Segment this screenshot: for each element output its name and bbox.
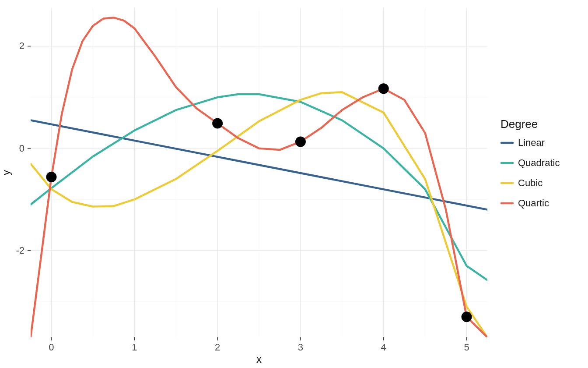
legend-label-cubic: Cubic bbox=[518, 177, 542, 188]
legend-label-quartic: Quartic bbox=[518, 198, 549, 209]
data-point bbox=[378, 83, 389, 94]
data-point bbox=[212, 118, 223, 128]
x-tick-label: 5 bbox=[464, 342, 469, 353]
x-tick-label: 2 bbox=[215, 342, 220, 353]
y-tick-label: -2 bbox=[16, 245, 24, 256]
x-tick-label: 0 bbox=[49, 342, 54, 353]
data-point bbox=[462, 311, 472, 322]
x-tick-label: 1 bbox=[132, 342, 137, 353]
legend-label-linear: Linear bbox=[518, 137, 545, 148]
y-tick-label: 0 bbox=[19, 143, 24, 154]
x-tick-label: 4 bbox=[381, 342, 386, 353]
x-axis-title: x bbox=[256, 353, 262, 365]
legend: Degree LinearQuadraticCubicQuartic bbox=[500, 117, 560, 209]
legend-label-quadratic: Quadratic bbox=[518, 157, 560, 168]
data-point bbox=[295, 136, 306, 147]
legend-title: Degree bbox=[500, 117, 538, 131]
data-point bbox=[46, 172, 56, 182]
chart-svg: 012345-202 y x Degree LinearQuadraticCub… bbox=[0, 0, 588, 368]
y-tick-label: 2 bbox=[19, 40, 24, 51]
y-axis-title: y bbox=[0, 170, 12, 175]
x-tick-label: 3 bbox=[298, 342, 303, 353]
chart-container: { "chart_data": { "type": "line", "xlabe… bbox=[0, 0, 588, 368]
plot-panel: 012345-202 bbox=[16, 8, 487, 353]
